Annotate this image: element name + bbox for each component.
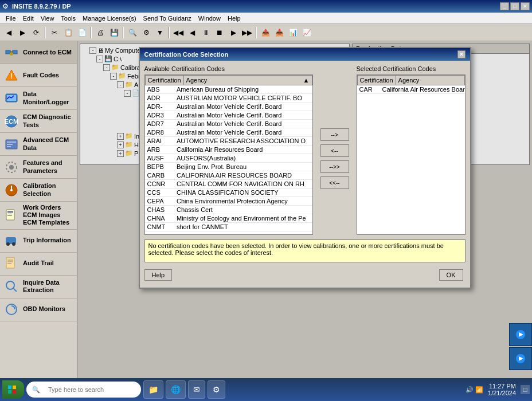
available-cert-row[interactable]: ADR7Australian Motor Vehicle Certif. Boa… — [145, 120, 312, 128]
audit-label: Audit Trail — [23, 260, 54, 267]
available-cert-row[interactable]: CNMTshort for CANMET — [145, 223, 312, 231]
available-cert-row[interactable]: ARAIAUTOMOTIVE RESEARCH ASSOCIATION O — [145, 137, 312, 146]
sidebar-item-audit[interactable]: Audit Trail — [0, 253, 77, 276]
agency-col-header: Agency ▲ — [183, 76, 312, 85]
side-button-2[interactable] — [509, 347, 532, 370]
taskbar-edge[interactable]: 🌐 — [166, 380, 186, 399]
toolbar-btn-19[interactable]: 📈 — [300, 26, 313, 39]
toolbar-btn-2[interactable]: ▶ — [16, 26, 29, 39]
available-cert-row[interactable]: ADR-Australian Motor Vehicle Certif. Boa… — [145, 103, 312, 111]
calibration-icon — [3, 182, 19, 198]
cert-code-cell: CEPA — [145, 197, 174, 206]
ok-button[interactable]: OK — [439, 269, 463, 281]
taskbar-insite[interactable]: ⚙ — [208, 380, 225, 399]
toolbar-btn-12[interactable]: ◀◀ — [172, 26, 185, 39]
toolbar-btn-10[interactable]: ⚙ — [140, 26, 152, 39]
available-cert-row[interactable]: BEPBBeijing Env. Prot. Bureau — [145, 163, 312, 171]
toolbar-btn-18[interactable]: 📊 — [287, 26, 299, 39]
maximize-button[interactable]: □ — [510, 2, 519, 10]
available-cert-table-header: Certification Agency ▲ — [145, 75, 312, 85]
menu-view[interactable]: View — [37, 14, 58, 23]
cert-code-cell: ADR3 — [145, 111, 174, 120]
sidebar-item-fault-codes[interactable]: ! Fault Codes — [0, 64, 77, 87]
data-monitor-icon — [3, 91, 19, 107]
title-bar-buttons: _ □ ✕ — [500, 2, 530, 10]
available-cert-row[interactable]: AUSFAUSFORS(Australia) — [145, 154, 312, 163]
sidebar-item-trip[interactable]: Trip Information — [0, 230, 77, 253]
toolbar-btn-5[interactable]: 📋 — [62, 26, 75, 39]
taskbar-search[interactable] — [42, 382, 128, 398]
move-all-left-button[interactable]: <<-- — [320, 176, 349, 189]
sidebar-item-advanced-ecm[interactable]: Advanced ECM Data — [0, 133, 77, 156]
notification-area[interactable]: □ — [521, 385, 530, 394]
taskbar-mail[interactable]: ✉ — [188, 380, 205, 399]
available-cert-row[interactable]: ARBCalifornia Air Resources Board — [145, 146, 312, 154]
available-cert-row[interactable]: ABSAmerican Bureau of Shipping — [145, 85, 312, 94]
svg-text:!: ! — [10, 72, 13, 80]
available-cert-row[interactable]: CONBRAZILIAN CONAMA — [145, 231, 312, 232]
side-button-1[interactable] — [509, 323, 532, 346]
toolbar-btn-17[interactable]: 📥 — [273, 26, 285, 39]
start-button[interactable] — [2, 380, 24, 399]
selected-cert-code-cell: CAR — [357, 85, 380, 94]
toolbar-btn-7[interactable]: 🖨 — [94, 26, 107, 39]
available-cert-row[interactable]: CEPAChina Environmental Protection Agenc… — [145, 197, 312, 206]
selected-cert-table-header: Certification Agency — [357, 75, 465, 85]
svg-rect-41 — [13, 386, 16, 389]
available-cert-row[interactable]: ADR3Australian Motor Vehicle Certif. Boa… — [145, 111, 312, 120]
available-cert-row[interactable]: CHNAMinistry of Ecology and Environment … — [145, 214, 312, 223]
move-all-right-button[interactable]: -->> — [320, 160, 349, 173]
menu-help[interactable]: Help — [224, 14, 244, 23]
toolbar-btn-stop[interactable]: ⏹ — [213, 26, 226, 39]
available-cert-scroll[interactable]: ABSAmerican Bureau of ShippingADRAUSTRLI… — [145, 85, 312, 231]
help-button[interactable]: Help — [144, 269, 173, 281]
features-params-label: Features and Parameters — [23, 159, 73, 174]
move-right-button[interactable]: --> — [320, 128, 349, 141]
toolbar-btn-13[interactable]: ◀ — [186, 26, 198, 39]
menu-manage-license[interactable]: Manage License(s) — [79, 14, 140, 23]
toolbar-btn-3[interactable]: ⟳ — [30, 26, 42, 39]
available-cert-row[interactable]: ADR8Australian Motor Vehicle Certif. Boa… — [145, 128, 312, 137]
sidebar-item-connect-ecm[interactable]: Connect to ECM — [0, 41, 77, 64]
close-button[interactable]: ✕ — [521, 2, 530, 10]
available-cert-row[interactable]: ADRAUSTRLIAN MOTOR VEHICLE CERTIF. BO — [145, 94, 312, 103]
sort-icon[interactable]: ▲ — [303, 77, 310, 84]
cert-code-cell: CARB — [145, 171, 174, 180]
toolbar-btn-6[interactable]: 📄 — [76, 26, 88, 39]
taskbar-file-explorer[interactable]: 📁 — [143, 380, 163, 399]
sidebar-item-inquire[interactable]: Inquire Data Extraction — [0, 276, 77, 298]
toolbar-btn-11[interactable]: ▼ — [154, 26, 166, 39]
toolbar-btn-8[interactable]: 💾 — [108, 26, 120, 39]
sidebar-item-work-orders[interactable]: Work Orders ECM Images ECM Templates — [0, 202, 77, 230]
dialog-close-button[interactable]: ✕ — [457, 50, 466, 58]
toolbar-btn-9[interactable]: 🔍 — [126, 26, 139, 39]
menu-edit[interactable]: Edit — [19, 14, 37, 23]
selected-cert-row[interactable]: CARCalifornia Air Resources Board — [357, 85, 465, 94]
minimize-button[interactable]: _ — [500, 2, 509, 10]
sidebar-item-data-monitor[interactable]: Data Monitor/Logger — [0, 87, 77, 110]
toolbar-btn-16[interactable]: 📤 — [259, 26, 272, 39]
available-cert-row[interactable]: CCSCHINA CLASSIFICATION SOCIETY — [145, 188, 312, 197]
selected-cert-panel: Selected Certification Codes Certificati… — [357, 65, 466, 235]
sidebar-item-calibration[interactable]: Calibration Selection — [0, 179, 77, 202]
toolbar-btn-1[interactable]: ◀ — [2, 26, 15, 39]
toolbar-btn-15[interactable]: ▶▶ — [241, 26, 253, 39]
menu-send-guidanz[interactable]: Send To Guidanz — [140, 14, 195, 23]
available-cert-row[interactable]: CARBCALIFORNIA AIR RESOURCES BOARD — [145, 171, 312, 180]
toolbar-btn-14[interactable]: ▶ — [227, 26, 240, 39]
svg-rect-23 — [7, 211, 13, 213]
toolbar-btn-pause[interactable]: ⏸ — [200, 26, 212, 39]
sidebar-item-features-params[interactable]: Features and Parameters — [0, 156, 77, 179]
menu-tools[interactable]: Tools — [57, 14, 79, 23]
sidebar-item-ecm-diagnostic[interactable]: ECM ECM Diagnostic Tests — [0, 110, 77, 133]
menu-window[interactable]: Window — [195, 14, 224, 23]
toolbar-btn-4[interactable]: ✂ — [48, 26, 61, 39]
available-cert-row[interactable]: CCNRCENTRAL COMM FOR NAVIGATION ON RH — [145, 180, 312, 188]
cert-agency-cell: CHINA CLASSIFICATION SOCIETY — [174, 188, 312, 197]
sidebar: Connect to ECM ! Fault Codes — [0, 41, 77, 387]
menu-file[interactable]: File — [2, 14, 19, 23]
selected-cert-scroll[interactable]: CARCalifornia Air Resources Board — [357, 85, 465, 231]
move-left-button[interactable]: <-- — [320, 144, 349, 157]
sidebar-item-obd[interactable]: OBD Monitors — [0, 298, 77, 321]
available-cert-row[interactable]: CHASChassis Cert — [145, 206, 312, 214]
